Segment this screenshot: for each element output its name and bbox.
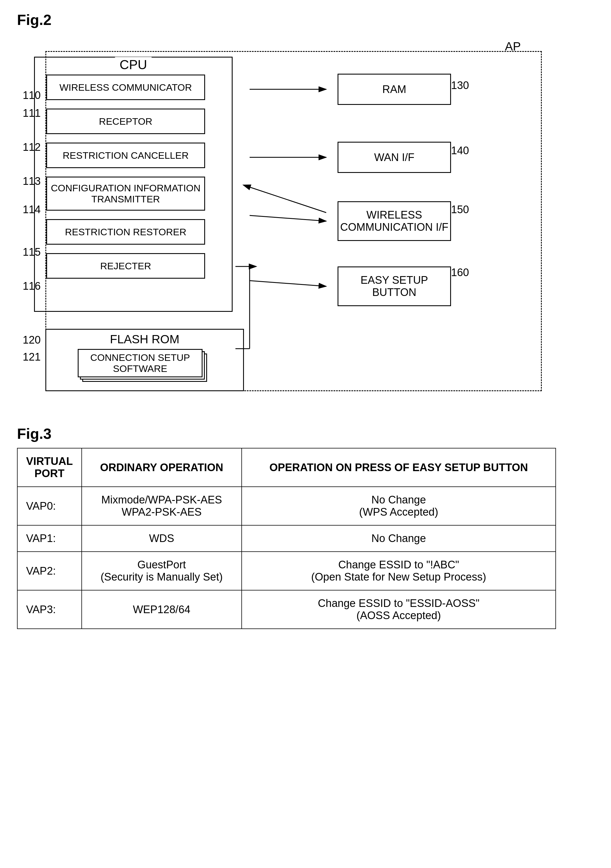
wireless-communicator-block: WIRELESS COMMUNICATOR bbox=[46, 74, 205, 100]
fig3-row-1: VAP1:WDSNo Change bbox=[17, 525, 556, 552]
ref-160: 160 bbox=[451, 267, 469, 279]
fig3-port-2: VAP2: bbox=[17, 552, 82, 590]
fig3-port-0: VAP0: bbox=[17, 487, 82, 525]
fig3-operation-2: Change ESSID to "!ABC" (Open State for N… bbox=[242, 552, 556, 590]
col-operation: OPERATION ON PRESS OF EASY SETUP BUTTON bbox=[242, 448, 556, 487]
fig3-ordinary-1: WDS bbox=[82, 525, 242, 552]
config-transmitter-block: CONFIGURATION INFORMATION TRANSMITTER bbox=[46, 177, 205, 211]
fig3-ordinary-2: GuestPort (Security is Manually Set) bbox=[82, 552, 242, 590]
ref-150: 150 bbox=[451, 203, 469, 216]
ref-120: 120 bbox=[23, 334, 40, 346]
fig2-diagram: AP CPU WIRELESS COMMUNICATOR RECEPTOR RE… bbox=[17, 34, 556, 403]
col-ordinary: ORDINARY OPERATION bbox=[82, 448, 242, 487]
fig2-label: Fig.2 bbox=[17, 11, 594, 28]
ref-115: 115 bbox=[23, 246, 40, 258]
restriction-restorer-block: RESTRICTION RESTORER bbox=[46, 219, 205, 245]
fig3-row-3: VAP3:WEP128/64Change ESSID to "ESSID-AOS… bbox=[17, 590, 556, 629]
fig3-row-2: VAP2:GuestPort (Security is Manually Set… bbox=[17, 552, 556, 590]
fig3-label: Fig.3 bbox=[17, 425, 594, 442]
ref-121: 121 bbox=[23, 351, 40, 363]
ref-112: 112 bbox=[23, 141, 40, 153]
cpu-box: CPU WIRELESS COMMUNICATOR RECEPTOR RESTR… bbox=[34, 57, 233, 312]
wan-box: WAN I/F bbox=[337, 142, 451, 173]
fig3-operation-1: No Change bbox=[242, 525, 556, 552]
ref-110: 110 bbox=[23, 89, 40, 101]
flash-rom-label: FLASH ROM bbox=[46, 330, 243, 348]
fig3-section: Fig.3 VIRTUAL PORT ORDINARY OPERATION OP… bbox=[17, 425, 594, 629]
easy-setup-box: EASY SETUP BUTTON bbox=[337, 267, 451, 306]
rejecter-block: REJECTER bbox=[46, 253, 205, 279]
ref-114: 114 bbox=[23, 203, 40, 216]
fig3-ordinary-0: Mixmode/WPA-PSK-AES WPA2-PSK-AES bbox=[82, 487, 242, 525]
fig2-section: Fig.2 AP CPU WIRELESS COMMUNICATOR RECEP… bbox=[17, 11, 594, 403]
fig3-table: VIRTUAL PORT ORDINARY OPERATION OPERATIO… bbox=[17, 448, 556, 629]
connection-setup-block: CONNECTION SETUP SOFTWARE bbox=[78, 349, 202, 377]
wireless-comm-if-box: WIRELESS COMMUNICATION I/F bbox=[337, 201, 451, 241]
ram-box: RAM bbox=[337, 74, 451, 105]
fig3-ordinary-3: WEP128/64 bbox=[82, 590, 242, 629]
fig3-operation-3: Change ESSID to "ESSID-AOSS" (AOSS Accep… bbox=[242, 590, 556, 629]
ap-label: AP bbox=[505, 40, 521, 53]
fig3-operation-0: No Change (WPS Accepted) bbox=[242, 487, 556, 525]
fig3-port-3: VAP3: bbox=[17, 590, 82, 629]
cpu-label: CPU bbox=[115, 57, 151, 72]
ref-130: 130 bbox=[451, 79, 469, 91]
ref-116: 116 bbox=[23, 280, 40, 292]
receptor-block: RECEPTOR bbox=[46, 108, 205, 134]
fig3-row-0: VAP0:Mixmode/WPA-PSK-AES WPA2-PSK-AESNo … bbox=[17, 487, 556, 525]
col-virtual-port: VIRTUAL PORT bbox=[17, 448, 82, 487]
fig3-port-1: VAP1: bbox=[17, 525, 82, 552]
ref-111: 111 bbox=[23, 107, 40, 119]
flash-rom-box: FLASH ROM CONNECTION SETUP SOFTWARE bbox=[45, 329, 244, 391]
ref-140: 140 bbox=[451, 144, 469, 157]
ref-113: 113 bbox=[23, 175, 40, 188]
restriction-canceller-block: RESTRICTION CANCELLER bbox=[46, 143, 205, 168]
